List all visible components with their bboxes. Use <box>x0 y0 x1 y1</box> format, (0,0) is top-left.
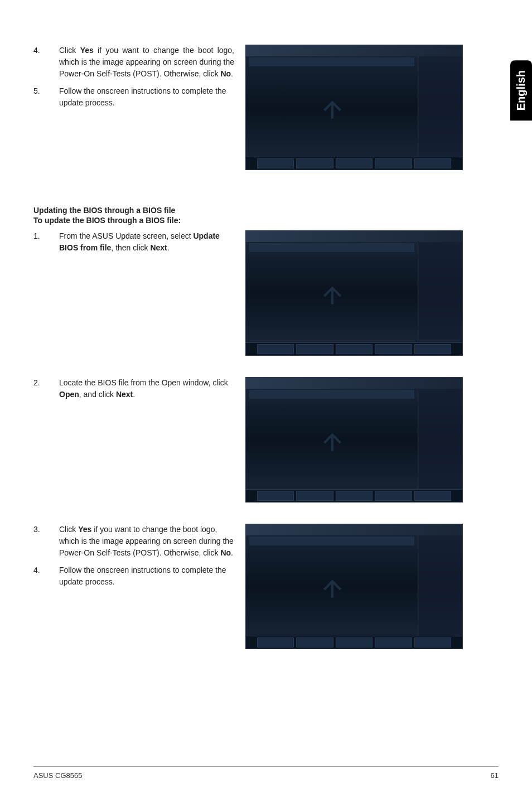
bold-text: Next <box>150 243 167 252</box>
step-4b: 4. Follow the onscreen instructions to c… <box>33 564 234 588</box>
screenshot-toolbar <box>257 637 451 648</box>
screenshot-4 <box>245 524 463 649</box>
page-content: 4. Click Yes if you want to change the b… <box>33 45 499 780</box>
step-number: 2. <box>33 377 43 400</box>
step-2: 2. Locate the BIOS file from the Open wi… <box>33 377 234 400</box>
screenshot-sidebar <box>418 242 462 343</box>
screenshot-header <box>249 243 414 252</box>
page-footer: ASUS CG8565 61 <box>33 766 499 780</box>
screenshot-sidebar <box>418 389 462 490</box>
section2-right2 <box>245 377 499 513</box>
screenshot-3 <box>245 377 463 503</box>
step-number: 4. <box>33 45 43 80</box>
section2-heading: Updating the BIOS through a BIOS file <box>33 206 499 215</box>
step-text: Click Yes if you want to change the boot… <box>59 524 234 559</box>
text-part: , then click <box>111 243 150 252</box>
section1-row: 4. Click Yes if you want to change the b… <box>33 45 499 180</box>
step-number: 5. <box>33 85 43 109</box>
bold-text: Open <box>59 390 79 399</box>
text-part: From the ASUS Update screen, select <box>59 231 193 240</box>
bold-text: No <box>220 69 231 78</box>
footer-page-number: 61 <box>491 771 499 780</box>
up-arrow-icon <box>318 96 346 124</box>
screenshot-header <box>249 537 414 545</box>
step-text: Locate the BIOS file from the Open windo… <box>59 377 234 400</box>
section1-right <box>245 45 499 180</box>
section1-left: 4. Click Yes if you want to change the b… <box>33 45 234 114</box>
text-part: . <box>231 69 233 78</box>
language-tab: English <box>510 60 532 120</box>
screenshot-header <box>249 57 414 66</box>
text-part: . <box>133 390 135 399</box>
screenshot-sidebar <box>418 535 462 636</box>
step-text: Click Yes if you want to change the boot… <box>59 45 234 80</box>
screenshot-toolbar <box>257 158 451 168</box>
step-text: From the ASUS Update screen, select Upda… <box>59 230 234 254</box>
section2-left1: 1. From the ASUS Update screen, select U… <box>33 230 234 259</box>
step-number: 4. <box>33 564 43 588</box>
section2-subheading: To update the BIOS through a BIOS file: <box>33 216 499 225</box>
bold-text: No <box>220 548 231 557</box>
bold-text: Yes <box>80 46 94 55</box>
step-5: 5. Follow the onscreen instructions to c… <box>33 85 234 109</box>
screenshot-1 <box>245 45 463 170</box>
text-part: , and click <box>79 390 116 399</box>
up-arrow-icon <box>318 576 346 603</box>
bold-text: Next <box>116 390 133 399</box>
step-text: Follow the onscreen instructions to comp… <box>59 85 234 109</box>
section2-row1: 1. From the ASUS Update screen, select U… <box>33 230 499 366</box>
screenshot-toolbar <box>257 344 451 354</box>
step-4: 4. Click Yes if you want to change the b… <box>33 45 234 80</box>
footer-left: ASUS CG8565 <box>33 771 82 780</box>
text-part: . <box>167 243 170 252</box>
screenshot-header <box>249 390 414 399</box>
step-number: 3. <box>33 524 43 559</box>
screenshot-toolbar <box>257 491 451 501</box>
section2-heading-block: Updating the BIOS through a BIOS file To… <box>33 206 499 230</box>
section2-left3: 3. Click Yes if you want to change the b… <box>33 524 234 593</box>
text-part: Click <box>59 46 80 55</box>
section2-right3 <box>245 524 499 659</box>
section2-row3: 3. Click Yes if you want to change the b… <box>33 524 499 659</box>
section2-row2: 2. Locate the BIOS file from the Open wi… <box>33 377 499 513</box>
section2-right1 <box>245 230 499 366</box>
step-text: Follow the onscreen instructions to comp… <box>59 564 234 588</box>
text-part: Locate the BIOS file from the Open windo… <box>59 378 228 387</box>
screenshot-sidebar <box>418 56 462 157</box>
text-part: . <box>231 548 233 557</box>
step-1: 1. From the ASUS Update screen, select U… <box>33 230 234 254</box>
screenshot-2 <box>245 230 463 356</box>
section2-left2: 2. Locate the BIOS file from the Open wi… <box>33 377 234 406</box>
step-3: 3. Click Yes if you want to change the b… <box>33 524 234 559</box>
step-number: 1. <box>33 230 43 254</box>
bold-text: Yes <box>78 525 91 534</box>
text-part: Click <box>59 525 78 534</box>
up-arrow-icon <box>318 282 346 310</box>
up-arrow-icon <box>318 429 346 457</box>
